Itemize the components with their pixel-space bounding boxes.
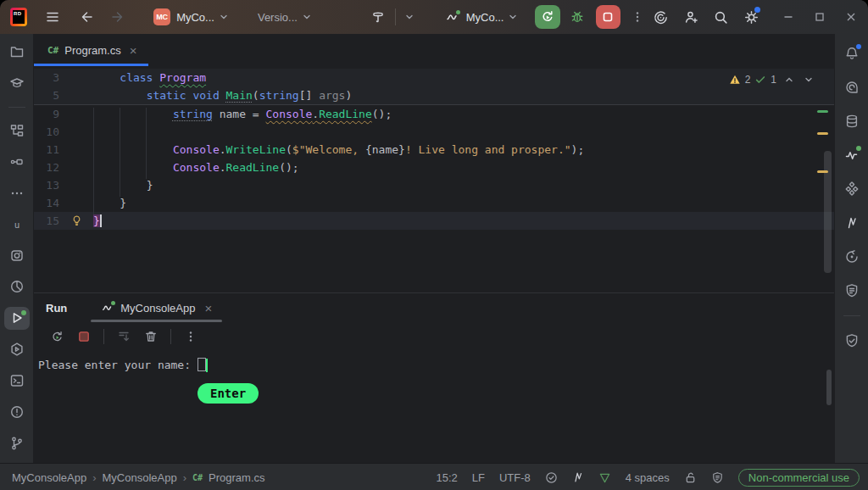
breadcrumb-solution[interactable]: MyConsoleApp xyxy=(12,471,86,484)
commit-button[interactable] xyxy=(4,150,30,173)
minimize-button[interactable] xyxy=(775,4,801,30)
maximize-button[interactable] xyxy=(806,4,832,30)
status-bar: MyConsoleApp › MyConsoleApp › C# Program… xyxy=(0,463,868,490)
ai-assistant-titlebar-button[interactable] xyxy=(649,4,673,30)
shield-icon[interactable] xyxy=(711,471,724,484)
code-text: Console.ReadLine(); xyxy=(93,159,834,176)
dependencies-button[interactable] xyxy=(4,244,30,267)
encoding-widget[interactable]: UTF-8 xyxy=(499,471,531,484)
dotmemory-button[interactable] xyxy=(839,244,865,270)
run-configuration-widget[interactable]: MyCo... xyxy=(440,6,524,28)
console-output[interactable]: Please enter your name: Enter xyxy=(34,351,834,463)
enter-hint-button[interactable]: Enter xyxy=(198,383,259,404)
folder-icon xyxy=(9,44,25,59)
gutter-slot xyxy=(59,141,93,159)
code-line-11[interactable]: 11 Console.WriteLine($"Welcome, {name}! … xyxy=(34,141,834,159)
run-tab-myconsoleapp[interactable]: MyConsoleApp × xyxy=(91,293,222,322)
learn-button[interactable] xyxy=(4,72,30,95)
tab-close-icon[interactable]: × xyxy=(130,44,137,57)
code-editor[interactable]: 3 class Program5 static void Main(string… xyxy=(34,66,834,292)
trash-icon xyxy=(144,330,158,343)
stop-square-icon xyxy=(77,330,91,343)
vcs-widget[interactable]: Versio... xyxy=(253,8,317,27)
nuget-button[interactable] xyxy=(839,176,865,202)
back-button[interactable] xyxy=(75,4,98,30)
monitoring-button[interactable] xyxy=(839,142,865,168)
close-window-button[interactable] xyxy=(838,4,865,30)
code-line-14[interactable]: 14 } xyxy=(34,194,834,212)
csharp-file-icon: C# xyxy=(192,473,203,482)
project-widget[interactable]: MC MyCo... xyxy=(148,5,234,29)
forward-button[interactable] xyxy=(107,4,131,30)
breadcrumb-project[interactable]: MyConsoleApp xyxy=(103,471,177,484)
n-lightning-icon[interactable] xyxy=(572,471,584,483)
git-branch-icon xyxy=(9,436,25,451)
notifications-button[interactable] xyxy=(839,41,865,66)
indent-widget[interactable]: 4 spaces xyxy=(626,471,670,484)
code-line-5[interactable]: 5 static void Main(string[] args) xyxy=(34,86,834,104)
services-button[interactable] xyxy=(4,338,30,361)
stop-console-button[interactable] xyxy=(73,326,95,347)
problems-button[interactable] xyxy=(4,400,30,423)
more-tool-windows-button[interactable] xyxy=(4,181,30,204)
divider xyxy=(103,329,104,344)
database-button[interactable] xyxy=(839,109,865,134)
editor-scrollbar[interactable] xyxy=(824,151,832,273)
code-line-3[interactable]: 3 class Program xyxy=(34,69,834,86)
console-options-button[interactable] xyxy=(180,326,202,347)
code-line-13[interactable]: 13 } xyxy=(34,176,834,194)
clear-all-button[interactable] xyxy=(140,326,162,347)
caret-position-widget[interactable]: 15:2 xyxy=(436,471,457,484)
debug-button[interactable] xyxy=(565,4,589,30)
inspections-widget[interactable]: 2 1 xyxy=(729,74,814,86)
rerun-button[interactable] xyxy=(535,5,559,29)
code-line-9[interactable]: 9 string name = Console.ReadLine(); xyxy=(34,105,834,123)
code-line-10[interactable]: 10 xyxy=(34,123,834,141)
chevron-up-icon[interactable] xyxy=(784,75,794,85)
code-with-me-button[interactable] xyxy=(679,4,703,30)
dpa-button[interactable] xyxy=(839,210,865,236)
scroll-to-end-button[interactable] xyxy=(113,326,135,347)
breadcrumb-file[interactable]: Program.cs xyxy=(209,471,264,484)
divider xyxy=(395,8,396,25)
run-more-options-button[interactable] xyxy=(626,4,649,30)
run-tab-close-icon[interactable]: × xyxy=(204,302,212,315)
build-options-button[interactable] xyxy=(400,4,417,30)
kebab-menu-icon xyxy=(631,10,644,24)
code-line-12[interactable]: 12 Console.ReadLine(); xyxy=(34,159,834,176)
ai-assistant-button[interactable] xyxy=(839,75,865,100)
version-control-button[interactable] xyxy=(4,432,30,454)
run-tool-button[interactable] xyxy=(4,307,30,330)
stripe-mark-yellow[interactable] xyxy=(817,132,828,135)
code-text: } xyxy=(93,176,834,194)
main-menu-button[interactable] xyxy=(41,4,64,30)
unit-tests-button[interactable]: u xyxy=(4,213,30,236)
search-everywhere-button[interactable] xyxy=(709,4,733,30)
license-badge[interactable]: Non-commercial use xyxy=(738,469,860,487)
dotcover-button[interactable] xyxy=(839,278,865,303)
gutter-slot xyxy=(59,159,93,176)
inspections-status-icon[interactable] xyxy=(545,471,558,484)
solution-explorer-button[interactable] xyxy=(4,41,30,64)
intention-bulb-icon[interactable] xyxy=(59,212,93,230)
run-panel-title[interactable]: Run xyxy=(46,293,67,322)
stop-button[interactable] xyxy=(596,5,620,29)
structure-button[interactable] xyxy=(4,120,30,142)
gutter-slot xyxy=(59,69,93,86)
line-ending-widget[interactable]: LF xyxy=(472,471,485,484)
restart-run-icon xyxy=(50,330,64,344)
lock-open-icon[interactable] xyxy=(684,471,697,484)
terminal-button[interactable] xyxy=(4,369,30,392)
stripe-mark-green[interactable] xyxy=(817,110,828,113)
hot-reload-triangle-icon[interactable] xyxy=(598,471,611,484)
profiler-button[interactable] xyxy=(4,276,30,298)
tab-program-cs[interactable]: C# Program.cs × xyxy=(34,34,148,66)
console-scrollbar[interactable] xyxy=(826,370,832,405)
build-button[interactable] xyxy=(366,4,390,30)
trust-button[interactable] xyxy=(839,328,865,354)
code-line-15[interactable]: 15} xyxy=(34,212,834,230)
settings-button[interactable] xyxy=(740,4,764,30)
chevron-down-icon[interactable] xyxy=(804,75,814,85)
rerun-console-button[interactable] xyxy=(46,326,68,347)
stripe-mark-yellow[interactable] xyxy=(817,170,828,173)
